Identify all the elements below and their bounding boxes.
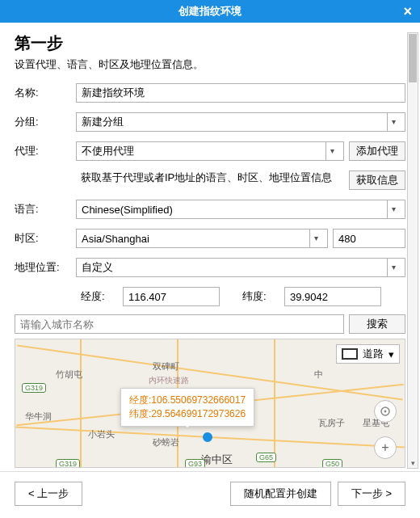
map-label: 内环快速路 bbox=[149, 375, 189, 386]
locate-icon bbox=[379, 405, 392, 418]
route-badge: G50 bbox=[322, 459, 342, 468]
proxy-label: 代理: bbox=[15, 144, 76, 158]
zoom-in-button[interactable]: + bbox=[374, 436, 397, 459]
titlebar: 创建指纹环境 × bbox=[0, 0, 420, 23]
random-create-button[interactable]: 随机配置并创建 bbox=[230, 482, 331, 506]
svg-point-1 bbox=[384, 411, 387, 413]
search-button[interactable]: 搜索 bbox=[349, 314, 405, 334]
map-label: 华牛洞 bbox=[25, 411, 52, 423]
locate-button[interactable] bbox=[374, 400, 397, 423]
geo-select[interactable]: 自定义 ▾ bbox=[76, 258, 405, 277]
chevron-down-icon: ▾ bbox=[388, 348, 394, 360]
chevron-down-icon: ▾ bbox=[387, 259, 400, 276]
lng-label: 经度: bbox=[81, 289, 118, 304]
lang-label: 语言: bbox=[15, 202, 76, 217]
chevron-down-icon: ▾ bbox=[387, 200, 400, 218]
next-button[interactable]: 下一步 > bbox=[338, 482, 405, 506]
chevron-down-icon: ▾ bbox=[309, 230, 322, 247]
map-label: 中 bbox=[314, 368, 323, 381]
lat-label: 纬度: bbox=[242, 289, 279, 304]
name-input[interactable] bbox=[76, 83, 405, 103]
scroll-down-icon[interactable]: ▾ bbox=[408, 458, 418, 468]
map-label: 小岩头 bbox=[88, 428, 115, 440]
route-badge: G319 bbox=[56, 459, 80, 468]
route-badge: G319 bbox=[22, 383, 46, 393]
map-label: 渝中区 bbox=[201, 453, 233, 467]
city-search-input[interactable] bbox=[15, 314, 344, 334]
layer-swatch-icon bbox=[342, 348, 358, 360]
plus-icon: + bbox=[381, 440, 388, 455]
step-heading: 第一步 bbox=[15, 32, 405, 54]
map-label: 双碑町 bbox=[153, 360, 179, 373]
scrollbar-thumb[interactable] bbox=[409, 34, 417, 82]
proxy-note: 获取基于代理或者IP地址的语言、时区、地理位置信息 bbox=[81, 171, 344, 190]
tz-offset-input[interactable] bbox=[333, 229, 405, 248]
map-view[interactable]: 竹胡屯 双碑町 中 内环快速路 华牛洞 小岩头 砂螃岩 瓦房子 星基屯 渝中区 … bbox=[15, 339, 405, 468]
map-label: 竹胡屯 bbox=[56, 368, 82, 381]
group-label: 分组: bbox=[15, 115, 76, 129]
map-label: 瓦房子 bbox=[318, 417, 345, 429]
timezone-select[interactable]: Asia/Shanghai ▾ bbox=[76, 229, 328, 248]
group-select[interactable]: 新建分组 ▾ bbox=[76, 112, 405, 132]
map-tooltip: 经度:106.55069732666017 纬度:29.564699172973… bbox=[120, 388, 254, 427]
map-layer-select[interactable]: 道路 ▾ bbox=[336, 344, 400, 364]
geo-label: 地理位置: bbox=[15, 260, 76, 275]
chevron-down-icon: ▾ bbox=[387, 113, 400, 131]
step-subtitle: 设置代理、语言、时区及地理位置信息。 bbox=[15, 57, 405, 72]
chevron-down-icon: ▾ bbox=[326, 142, 338, 160]
close-icon[interactable]: × bbox=[403, 0, 412, 23]
tz-label: 时区: bbox=[15, 231, 76, 246]
add-proxy-button[interactable]: 添加代理 bbox=[349, 141, 405, 161]
prev-button[interactable]: < 上一步 bbox=[15, 482, 82, 506]
lng-input[interactable] bbox=[123, 287, 220, 306]
footer: < 上一步 随机配置并创建 下一步 > bbox=[0, 471, 420, 516]
fetch-info-button[interactable]: 获取信息 bbox=[349, 171, 405, 190]
language-select[interactable]: Chinese(Simplified) ▾ bbox=[76, 200, 405, 219]
proxy-select[interactable]: 不使用代理 ▾ bbox=[76, 141, 344, 161]
name-label: 名称: bbox=[15, 86, 76, 100]
content-area: 第一步 设置代理、语言、时区及地理位置信息。 名称: 分组: 新建分组 ▾ 代理… bbox=[0, 23, 420, 471]
lat-input[interactable] bbox=[284, 287, 381, 306]
route-badge: G65 bbox=[256, 453, 276, 462]
map-label: 砂螃岩 bbox=[153, 436, 179, 449]
dialog-title: 创建指纹环境 bbox=[178, 5, 242, 17]
route-badge: G93 bbox=[185, 459, 205, 468]
map-marker-icon bbox=[203, 432, 212, 442]
scrollbar[interactable]: ▴ ▾ bbox=[407, 32, 418, 469]
